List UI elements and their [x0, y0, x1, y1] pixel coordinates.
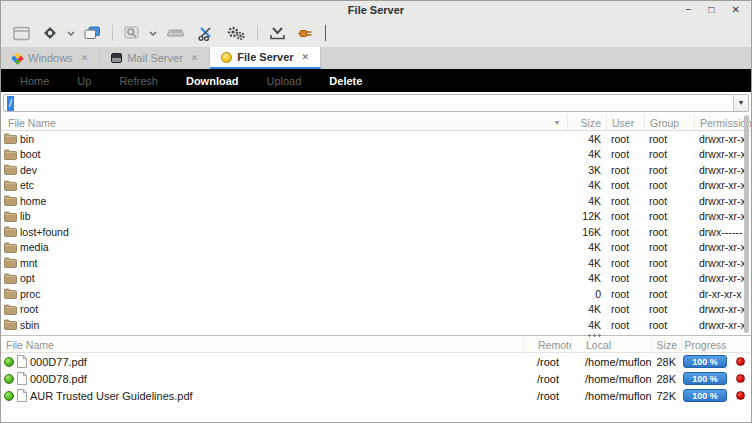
vertical-scrollbar[interactable] — [744, 115, 749, 333]
file-row[interactable]: lib 12K root root drwxr-xr-x — [1, 209, 751, 225]
tab-label: Mail Server — [127, 52, 183, 64]
sort-indicator-icon[interactable]: ▾ — [555, 118, 567, 127]
path-value: / — [7, 96, 14, 111]
file-size: 4K — [567, 319, 606, 331]
file-row[interactable]: boot 4K root root drwxr-xr-x — [1, 147, 751, 163]
menu-item[interactable]: Up — [63, 75, 105, 87]
column-header-local[interactable]: Local — [571, 336, 651, 353]
menu-item[interactable]: Download — [172, 75, 253, 87]
document-icon — [17, 389, 27, 402]
file-name: home — [20, 195, 46, 207]
file-permission: drwxr-xr-x — [694, 241, 751, 253]
progress-bar: 100 % — [683, 389, 727, 402]
file-size: 16K — [567, 226, 606, 238]
window-frame-icon[interactable] — [7, 21, 36, 45]
close-icon[interactable]: ✕ — [732, 5, 740, 15]
column-header-size[interactable]: Size — [567, 114, 606, 131]
tab-close-icon[interactable]: ✕ — [299, 52, 310, 62]
transfer-remote-path: /root — [523, 390, 571, 402]
pane-splitter-handle-icon[interactable] — [587, 334, 602, 337]
file-group: root — [644, 133, 694, 145]
column-header-permission[interactable]: Permission — [694, 114, 751, 131]
column-header-size[interactable]: Size — [651, 336, 681, 353]
maximize-icon[interactable]: □ — [709, 5, 715, 15]
menu-item[interactable]: Refresh — [105, 75, 172, 87]
file-group: root — [644, 288, 694, 300]
tab[interactable]: Mail Server ✕ — [100, 47, 210, 69]
file-name: boot — [20, 148, 40, 160]
transfer-row[interactable]: AUR Trusted User Guidelines.pdf /root /h… — [1, 387, 751, 404]
column-header-user[interactable]: User — [606, 114, 644, 131]
file-name: proc — [20, 288, 40, 300]
tools-utilities-icon[interactable] — [191, 21, 220, 45]
menu-item[interactable]: Home — [6, 75, 63, 87]
path-dropdown-button[interactable]: ▾ — [733, 95, 748, 111]
tab[interactable]: File Server ✕ — [210, 47, 321, 69]
file-permission: drwxr-xr-x — [694, 148, 751, 160]
transfer-remote-path: /root — [523, 356, 571, 368]
file-size: 3K — [567, 164, 606, 176]
file-row[interactable]: media 4K root root drwxr-xr-x — [1, 240, 751, 256]
column-header-file-name[interactable]: File Name — [1, 336, 523, 353]
file-group: root — [644, 179, 694, 191]
file-user: root — [606, 288, 644, 300]
titlebar[interactable]: File Server − □ ✕ — [1, 1, 751, 19]
device-modem-icon[interactable] — [160, 21, 191, 45]
window-controls: − □ ✕ — [686, 5, 751, 15]
file-row[interactable]: home 4K root root drwxr-xr-x — [1, 193, 751, 209]
plug-connect-icon[interactable] — [292, 21, 320, 45]
transfers-header: File Name Remote Local Size Progress — [1, 336, 751, 353]
file-row[interactable]: lost+found 16K root root drwx------ — [1, 224, 751, 240]
navigate-diamond-icon[interactable] — [36, 21, 64, 45]
file-size: 4K — [567, 257, 606, 269]
duplicate-window-icon[interactable] — [78, 21, 107, 45]
preview-search-icon[interactable] — [118, 21, 146, 45]
file-group: root — [644, 303, 694, 315]
folder-icon — [4, 319, 17, 330]
chevron-down-icon[interactable] — [64, 21, 78, 45]
file-user: root — [606, 303, 644, 315]
tab[interactable]: Windows ✕ — [1, 47, 100, 69]
download-tray-icon[interactable] — [263, 21, 292, 45]
column-header-group[interactable]: Group — [644, 114, 694, 131]
file-row[interactable]: root 4K root root drwxr-xr-x — [1, 302, 751, 318]
path-input[interactable]: / ▾ — [3, 94, 749, 112]
transfer-file-name: AUR Trusted User Guidelines.pdf — [30, 390, 193, 402]
chevron-down-icon[interactable] — [146, 21, 160, 45]
file-user: root — [606, 148, 644, 160]
file-user: root — [606, 319, 644, 331]
file-size: 4K — [567, 272, 606, 284]
file-row[interactable]: mnt 4K root root drwxr-xr-x — [1, 255, 751, 271]
services-gears-icon[interactable] — [220, 21, 252, 45]
stop-led-icon[interactable] — [736, 357, 745, 366]
transfer-remote-path: /root — [523, 373, 571, 385]
column-header-progress[interactable]: Progress — [681, 336, 729, 353]
minimize-icon[interactable]: − — [686, 5, 692, 15]
tab-close-icon[interactable]: ✕ — [188, 53, 199, 63]
column-header-file-name[interactable]: File Name ▾ — [1, 114, 567, 131]
menu-item[interactable]: Upload — [253, 75, 316, 87]
file-row[interactable]: sbin 4K root root drwxr-xr-x — [1, 317, 751, 333]
tab-close-icon[interactable]: ✕ — [78, 53, 89, 63]
file-row[interactable]: proc 0 root root dr-xr-xr-x — [1, 286, 751, 302]
file-permission: drwxr-xr-x — [694, 164, 751, 176]
menu-item[interactable]: Delete — [315, 75, 376, 87]
toolbar-separator — [257, 25, 258, 41]
file-row[interactable]: bin 4K root root drwxr-xr-x — [1, 131, 751, 147]
file-user: root — [606, 272, 644, 284]
stop-led-icon[interactable] — [736, 391, 745, 400]
transfer-local-path: /home/muflone — [571, 356, 651, 368]
file-row[interactable]: etc 4K root root drwxr-xr-x — [1, 178, 751, 194]
transfer-row[interactable]: 000D77.pdf /root /home/muflone 28K 100 % — [1, 353, 751, 370]
transfer-row[interactable]: 000D78.pdf /root /home/muflone 28K 100 % — [1, 370, 751, 387]
folder-icon — [4, 226, 17, 237]
transfer-local-path: /home/muflone — [571, 390, 651, 402]
file-row[interactable]: dev 3K root root drwxr-xr-x — [1, 162, 751, 178]
transfer-size: 72K — [651, 390, 681, 402]
column-header-remote[interactable]: Remote — [523, 336, 571, 353]
status-ok-led-icon — [4, 374, 14, 384]
stop-led-icon[interactable] — [736, 374, 745, 383]
file-name: opt — [20, 272, 35, 284]
file-row[interactable]: opt 4K root root drwxr-xr-x — [1, 271, 751, 287]
file-size: 4K — [567, 133, 606, 145]
